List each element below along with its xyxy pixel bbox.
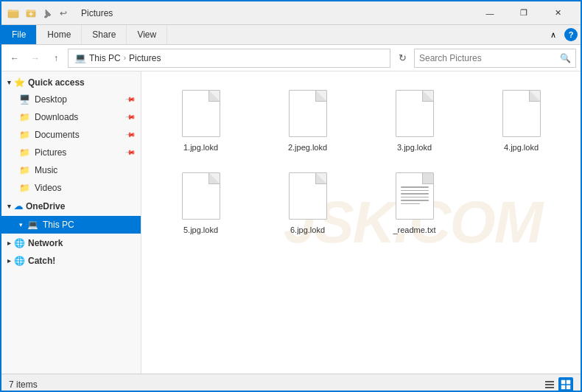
search-icon[interactable]: 🔍	[560, 53, 571, 63]
search-box: 🔍	[414, 49, 576, 68]
music-icon: 📁	[19, 165, 30, 175]
sidebar-item-downloads[interactable]: 📁 Downloads 📌	[1, 108, 141, 126]
qa-undo[interactable]: ↩	[56, 6, 71, 21]
search-input[interactable]	[419, 53, 560, 63]
videos-label: Videos	[35, 183, 61, 193]
sidebar-item-music[interactable]: 📁 Music	[1, 161, 141, 179]
svg-rect-5	[545, 384, 554, 385]
pictures-pin-icon: 📌	[125, 147, 136, 158]
quick-access-label: Quick access	[28, 77, 85, 88]
window-title: Pictures	[81, 8, 113, 18]
file-item-7[interactable]: _readme.txt	[364, 163, 465, 239]
file-icon-3	[391, 87, 438, 140]
file-name-5: 5.jpg.lokd	[183, 225, 218, 234]
sidebar-header-catch[interactable]: ▸ 🌐 Catch!	[1, 253, 141, 269]
address-bar: ← → ↑ 💻 This PC › Pictures ↻ 🔍	[1, 45, 581, 71]
title-bar: ↩ Pictures — ❐ ✕	[1, 1, 581, 25]
file-icon-5	[178, 169, 225, 223]
file-area: JSK.COM 1.jpg.lokd 2.jpeg.lokd	[141, 71, 581, 374]
file-text-icon-7	[396, 172, 434, 220]
pictures-icon: 📁	[19, 147, 30, 158]
this-pc-label: This PC	[43, 220, 74, 230]
ribbon-collapse-button[interactable]: ∧	[545, 27, 561, 43]
sidebar-item-this-pc[interactable]: ▾ 💻 This PC	[1, 216, 141, 234]
minimize-button[interactable]: —	[473, 1, 507, 25]
quick-access-star-icon: ⭐	[14, 77, 25, 88]
file-item-6[interactable]: 6.jpg.lokd	[257, 163, 358, 239]
documents-pin-icon: 📌	[125, 130, 136, 141]
desktop-pin-icon: 📌	[125, 94, 136, 105]
sidebar-section-onedrive: ▾ ☁ OneDrive	[1, 198, 141, 214]
close-button[interactable]: ✕	[541, 1, 575, 25]
file-item-4[interactable]: 4.jpg.lokd	[471, 80, 572, 157]
catch-icon: 🌐	[14, 256, 25, 266]
file-item-2[interactable]: 2.jpeg.lokd	[257, 80, 358, 157]
file-line-3	[401, 193, 429, 195]
forward-button[interactable]: →	[27, 49, 44, 67]
desktop-icon: 🖥️	[19, 94, 30, 105]
sidebar-item-desktop[interactable]: 🖥️ Desktop 📌	[1, 91, 141, 108]
window-controls: — ❐ ✕	[473, 1, 575, 25]
file-generic-icon-2	[289, 90, 327, 137]
sidebar-section-catch: ▸ 🌐 Catch!	[1, 253, 141, 269]
network-label: Network	[28, 238, 63, 248]
file-line-2	[401, 190, 429, 192]
sidebar-item-videos[interactable]: 📁 Videos	[1, 179, 141, 197]
svg-rect-4	[545, 381, 554, 382]
svg-rect-9	[561, 385, 565, 389]
desktop-label: Desktop	[35, 94, 67, 105]
quick-access-expand-icon: ▾	[7, 79, 11, 86]
qa-new-folder[interactable]	[24, 6, 38, 21]
svg-rect-8	[567, 380, 570, 384]
list-view-button[interactable]	[542, 377, 557, 392]
main-layout: ▾ ⭐ Quick access 🖥️ Desktop 📌 📁 Download…	[1, 71, 581, 374]
refresh-button[interactable]: ↻	[393, 49, 411, 67]
sidebar-header-quick-access[interactable]: ▾ ⭐ Quick access	[1, 74, 141, 91]
sidebar: ▾ ⭐ Quick access 🖥️ Desktop 📌 📁 Download…	[1, 71, 141, 374]
address-path[interactable]: 💻 This PC › Pictures	[68, 49, 390, 68]
path-pc-icon: 💻	[74, 52, 86, 63]
file-name-7: _readme.txt	[393, 225, 435, 234]
file-line-5	[401, 200, 429, 201]
file-line-6	[401, 203, 421, 205]
sidebar-item-pictures[interactable]: 📁 Pictures 📌	[1, 144, 141, 161]
ribbon-help-button[interactable]: ?	[564, 28, 578, 41]
item-count: 7 items	[9, 379, 38, 390]
file-item-3[interactable]: 3.jpg.lokd	[364, 80, 465, 157]
path-chevron-1: ›	[124, 54, 126, 62]
onedrive-expand-icon: ▾	[7, 203, 11, 210]
sidebar-section-this-pc: ▾ 💻 This PC	[1, 216, 141, 234]
back-button[interactable]: ←	[6, 49, 24, 67]
folder-title-icon	[7, 7, 19, 19]
file-item-5[interactable]: 5.jpg.lokd	[150, 163, 251, 239]
downloads-icon: 📁	[19, 112, 30, 122]
file-item-1[interactable]: 1.jpg.lokd	[150, 80, 251, 157]
file-icon-7	[391, 169, 438, 223]
qa-pin[interactable]	[40, 6, 55, 21]
downloads-label: Downloads	[35, 112, 78, 122]
sidebar-header-onedrive[interactable]: ▾ ☁ OneDrive	[1, 198, 141, 214]
maximize-button[interactable]: ❐	[507, 1, 541, 25]
quick-access-toolbar: ↩	[24, 6, 71, 21]
grid-view-button[interactable]	[558, 377, 573, 392]
tab-file[interactable]: File	[1, 25, 37, 44]
up-button[interactable]: ↑	[47, 49, 65, 67]
network-icon: 🌐	[14, 238, 25, 248]
title-bar-left: ↩ Pictures	[7, 6, 473, 21]
tab-view[interactable]: View	[127, 25, 167, 44]
file-name-6: 6.jpg.lokd	[290, 225, 325, 234]
sidebar-header-network[interactable]: ▸ 🌐 Network	[1, 235, 141, 251]
sidebar-item-documents[interactable]: 📁 Documents 📌	[1, 126, 141, 144]
file-name-2: 2.jpeg.lokd	[288, 143, 327, 152]
file-generic-icon-5	[182, 172, 220, 220]
documents-label: Documents	[35, 130, 80, 140]
file-line-4	[401, 197, 429, 198]
file-generic-icon-4	[502, 90, 541, 137]
catch-label: Catch!	[28, 256, 55, 266]
catch-expand-icon: ▸	[7, 257, 11, 265]
status-bar: 7 items	[1, 374, 581, 392]
svg-rect-7	[561, 380, 565, 384]
tab-home[interactable]: Home	[37, 25, 82, 44]
path-segment-pictures: Pictures	[129, 53, 161, 63]
tab-share[interactable]: Share	[82, 25, 127, 44]
